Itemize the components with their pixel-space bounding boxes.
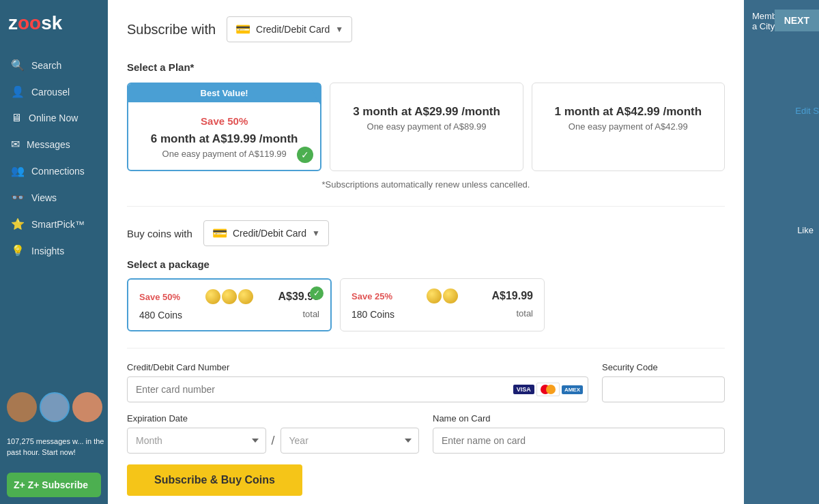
subscribe-header: Subscribe with 💳 Credit/Debit Card ▼ (127, 16, 725, 42)
sidebar-item-label: Messages (27, 139, 70, 150)
plan-card-3month[interactable]: 3 month at A$29.99 /month One easy payme… (330, 83, 523, 171)
plan-cards: Best Value! Save 50% 6 month at A$19.99 … (127, 83, 725, 171)
visa-logo: VISA (513, 385, 534, 394)
sidebar-item-label: Search (31, 60, 61, 71)
coins-payment-label: Credit/Debit Card (233, 228, 306, 239)
mc-circles (541, 385, 556, 394)
payment-method-label: Credit/Debit Card (256, 24, 330, 35)
security-code-input[interactable] (602, 376, 725, 402)
plan-payment-3month: One easy payment of A$89.99 (341, 121, 511, 132)
carousel-icon: 👤 (11, 85, 25, 98)
month-select[interactable]: Month JanuaryFebruaryMarchAprilMayJuneJu… (127, 428, 266, 454)
payment-modal: Subscribe with 💳 Credit/Debit Card ▼ Sel… (108, 0, 744, 504)
subscribe-buy-button[interactable]: Subscribe & Buy Coins (127, 464, 302, 496)
name-on-card-input[interactable] (433, 428, 725, 454)
avatar-3 (72, 392, 102, 422)
card-form: Credit/Debit Card Number VISA AMEX (127, 362, 725, 454)
select-plan-label: Select a Plan* (127, 61, 725, 73)
sidebar-subscribe-button[interactable]: Z+ Z+ Subscribe (7, 473, 101, 497)
sidebar-item-views[interactable]: 👓 Views (0, 184, 108, 211)
year-select[interactable]: Year 20242025202620272028202920302031203… (281, 428, 420, 454)
package-name-480: 480 Coins (139, 310, 182, 321)
sidebar-item-connections[interactable]: 👥 Connections (0, 158, 108, 184)
coin-1 (205, 289, 220, 304)
card-number-group: Credit/Debit Card Number VISA AMEX (127, 362, 588, 402)
package-card-480[interactable]: Save 50% ✓ A$39.99 480 Coins total (127, 278, 332, 331)
sidebar-nav: 🔍 Search 👤 Carousel 🖥 Online Now ✉ Messa… (0, 46, 108, 269)
insights-icon: 💡 (11, 244, 25, 257)
sidebar-item-smartpick[interactable]: ⭐ SmartPick™ (0, 211, 108, 237)
logo-accent: oo (18, 12, 41, 33)
smartpick-icon: ⭐ (11, 218, 25, 231)
package-card-180[interactable]: Save 25% A$19.99 180 Coins total (340, 278, 545, 331)
avatar-2 (40, 392, 70, 422)
sidebar-item-label: SmartPick™ (31, 219, 85, 230)
like-text: Like (797, 225, 814, 235)
expiry-row: Month JanuaryFebruaryMarchAprilMayJuneJu… (127, 428, 419, 454)
expiration-group: Expiration Date Month JanuaryFebruaryMar… (127, 413, 419, 454)
sidebar-item-online-now[interactable]: 🖥 Online Now (0, 105, 108, 131)
chevron-down-icon: ▼ (335, 25, 343, 34)
name-on-card-label: Name on Card (433, 413, 725, 424)
mc-orange-circle (546, 385, 556, 394)
sidebar-item-carousel[interactable]: 👤 Carousel (0, 78, 108, 105)
sidebar-item-search[interactable]: 🔍 Search (0, 52, 108, 78)
coin-2 (443, 288, 458, 303)
plan-payment-1month: One easy payment of A$42.99 (543, 121, 713, 132)
expiration-label: Expiration Date (127, 413, 419, 424)
right-panel: Member a City NEXT Edit S Like (744, 0, 819, 504)
package-price-180: A$19.99 (492, 290, 534, 302)
form-row-1: Credit/Debit Card Number VISA AMEX (127, 362, 725, 402)
sidebar-item-label: Online Now (29, 113, 78, 123)
avatar-area (7, 392, 102, 422)
name-on-card-group: Name on Card (433, 413, 725, 454)
coin-3 (238, 289, 253, 304)
sidebar-item-label: Connections (31, 166, 85, 177)
online-icon: 🖥 (11, 112, 22, 124)
security-code-label: Security Code (602, 362, 725, 372)
buy-coins-title: Buy coins with (127, 228, 192, 239)
plan-card-6month[interactable]: Best Value! Save 50% 6 month at A$19.99 … (127, 83, 321, 171)
divider-1 (127, 206, 725, 207)
package-save-480: Save 50% (139, 292, 180, 302)
messages-icon: ✉ (11, 138, 20, 151)
form-row-2: Expiration Date Month JanuaryFebruaryMar… (127, 413, 725, 454)
connections-icon: 👥 (11, 164, 25, 177)
package-label: Select a package (127, 258, 725, 270)
sidebar-item-messages[interactable]: ✉ Messages (0, 131, 108, 158)
amex-logo: AMEX (562, 385, 583, 394)
edit-button[interactable]: Edit S (795, 106, 819, 116)
plan-name-3month: 3 month at A$29.99 /month (341, 105, 511, 119)
payment-method-dropdown[interactable]: 💳 Credit/Debit Card ▼ (227, 16, 352, 42)
sidebar-item-label: Insights (31, 246, 64, 256)
package-save-180: Save 25% (351, 291, 392, 301)
sidebar-item-insights[interactable]: 💡 Insights (0, 237, 108, 264)
views-icon: 👓 (11, 191, 25, 204)
bottom-cta: Subscribe & Buy Coins (127, 464, 725, 504)
plan-payment-6month: One easy payment of A$119.99 (139, 149, 309, 159)
subscribe-icon: Z+ (14, 479, 25, 490)
buy-coins-header: Buy coins with 💳 Credit/Debit Card ▼ (127, 220, 725, 246)
sidebar-item-label: Carousel (31, 87, 70, 98)
card-logos: VISA AMEX (513, 383, 583, 396)
coins-chevron-icon: ▼ (312, 228, 320, 238)
package-total-180: total (516, 308, 533, 318)
package-total-480: total (302, 309, 319, 319)
best-value-banner: Best Value! (128, 84, 320, 102)
sidebar-item-label: Views (31, 192, 57, 203)
package-check-480: ✓ (310, 286, 324, 300)
coin-1 (427, 288, 442, 303)
card-icon: 💳 (235, 22, 250, 37)
avatar-1 (7, 392, 37, 422)
plan-card-1month[interactable]: 1 month at A$42.99 /month One easy payme… (532, 83, 725, 171)
plan-name-6month: 6 month at A$19.99 /month (139, 132, 309, 146)
coin-2 (222, 289, 237, 304)
mastercard-logo (536, 383, 560, 396)
search-icon: 🔍 (11, 59, 25, 72)
coins-payment-dropdown[interactable]: 💳 Credit/Debit Card ▼ (203, 220, 329, 246)
package-name-180: 180 Coins (351, 309, 394, 320)
subscribe-label: Z+ Subscribe (28, 479, 88, 490)
card-number-label: Credit/Debit Card Number (127, 362, 588, 372)
next-button[interactable]: NEXT (775, 10, 819, 31)
coins-card-icon: 💳 (212, 226, 227, 241)
